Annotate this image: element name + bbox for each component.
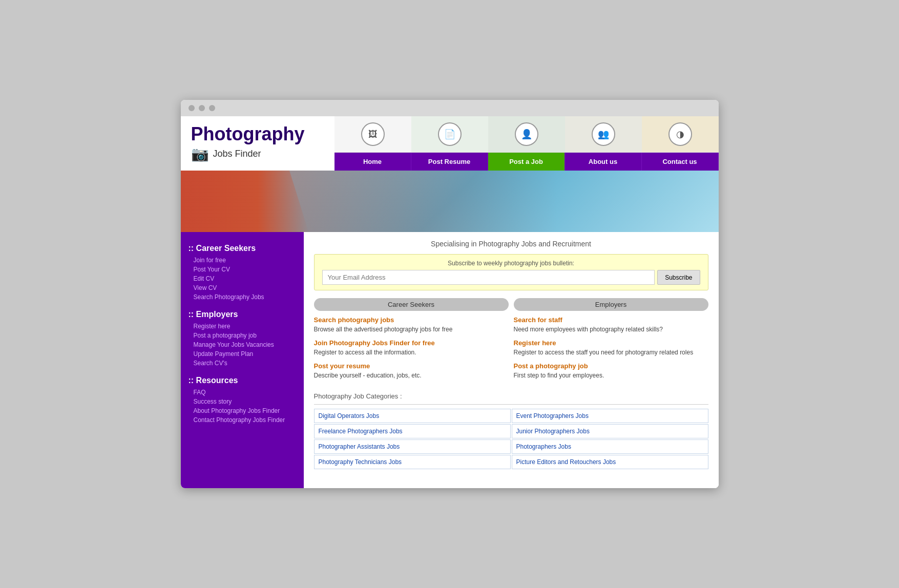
cat-digital-operators[interactable]: Digital Operators Jobs (314, 409, 511, 423)
post-job-icon-circle: 👤 (515, 122, 538, 146)
icon-btn-home[interactable]: 🖼 (334, 116, 411, 152)
categories-divider (314, 404, 708, 405)
career-link-join[interactable]: Join Photography Jobs Finder for free (314, 339, 509, 347)
sidebar-resources-title: :: Resources (181, 372, 304, 388)
browser-chrome (181, 100, 719, 116)
career-desc-resume: Describe yourself - education, jobs, etc… (314, 371, 509, 380)
resume-icon-circle: 📄 (438, 122, 462, 146)
logo-sub: 📷 Jobs Finder (191, 145, 324, 162)
subscribe-button[interactable]: Subscribe (657, 270, 700, 285)
employer-link-post-job[interactable]: Post a photography job (514, 362, 708, 370)
logo-area: Photography 📷 Jobs Finder (181, 116, 334, 171)
contact-icon-circle: ◑ (668, 122, 692, 146)
categories-grid: Digital Operators Jobs Event Photographe… (314, 409, 708, 469)
cat-freelance-photographers[interactable]: Freelance Photographers Jobs (314, 424, 511, 438)
cat-event-photographers[interactable]: Event Photographers Jobs (512, 409, 708, 423)
sidebar-emp-register[interactable]: Register here (181, 322, 304, 331)
browser-window: Photography 📷 Jobs Finder 🖼 📄 👤 (181, 100, 719, 488)
employers-col: Employers Search for staff Need more emp… (514, 298, 708, 385)
sidebar-join[interactable]: Join for free (181, 256, 304, 265)
icon-btn-post-job[interactable]: 👤 (488, 116, 565, 152)
content-area: Specialising in Photography Jobs and Rec… (304, 232, 719, 488)
specialise-text: Specialising in Photography Jobs and Rec… (314, 240, 708, 248)
icon-btn-contact[interactable]: ◑ (642, 116, 719, 152)
sidebar-success[interactable]: Success story (181, 397, 304, 406)
cat-junior-photographers[interactable]: Junior Photographers Jobs (512, 424, 708, 438)
employers-header: Employers (514, 298, 708, 311)
browser-dot-1 (189, 105, 195, 111)
employer-link-search[interactable]: Search for staff (514, 316, 708, 324)
categories-title: Photography Job Categories : (314, 392, 708, 400)
employer-desc-search: Need more employees with photography rel… (514, 325, 708, 334)
icon-bar: 🖼 📄 👤 👥 ◑ (334, 116, 719, 153)
employer-link-register[interactable]: Register here (514, 339, 708, 347)
icon-btn-resume[interactable]: 📄 (411, 116, 488, 152)
sidebar-view-cv[interactable]: View CV (181, 283, 304, 292)
cat-photographers[interactable]: Photographers Jobs (512, 439, 708, 454)
cat-photography-technicians[interactable]: Photography Technicians Jobs (314, 455, 511, 469)
career-seekers-col: Career Seekers Search photography jobs B… (314, 298, 509, 385)
subscribe-label: Subscribe to weekly photography jobs bul… (322, 260, 700, 267)
sidebar-contact[interactable]: Contact Photography Jobs Finder (181, 415, 304, 425)
main-layout: :: Career Seekers Join for free Post You… (181, 232, 719, 488)
career-seekers-header: Career Seekers (314, 298, 509, 311)
career-link-resume[interactable]: Post your resume (314, 362, 509, 370)
icon-btn-about[interactable]: 👥 (565, 116, 642, 152)
sidebar: :: Career Seekers Join for free Post You… (181, 232, 304, 488)
career-desc-join: Register to access all the information. (314, 348, 509, 357)
employer-desc-register: Register to access the staff you need fo… (514, 348, 708, 357)
browser-dot-2 (199, 105, 205, 111)
nav-post-job[interactable]: Post a Job (488, 153, 565, 171)
logo-title: Photography (191, 125, 324, 143)
subscribe-box: Subscribe to weekly photography jobs bul… (314, 254, 708, 290)
sidebar-emp-manage[interactable]: Manage Your Jobs Vacancies (181, 340, 304, 349)
logo-subtitle: Jobs Finder (213, 149, 261, 159)
categories-section: Photography Job Categories : Digital Ope… (314, 392, 708, 469)
sidebar-about[interactable]: About Photography Jobs Finder (181, 406, 304, 415)
sidebar-post-cv[interactable]: Post Your CV (181, 265, 304, 274)
about-icon-circle: 👥 (592, 122, 615, 146)
subscribe-form: Subscribe (322, 270, 700, 285)
camera-icon: 📷 (191, 145, 209, 162)
employer-desc-post-job: First step to find your employees. (514, 371, 708, 380)
hero-banner (181, 171, 719, 232)
nav-post-resume[interactable]: Post Resume (411, 153, 488, 171)
sidebar-search-jobs[interactable]: Search Photography Jobs (181, 292, 304, 302)
cat-photographer-assistants[interactable]: Photographer Assistants Jobs (314, 439, 511, 454)
sidebar-emp-post-job[interactable]: Post a photography job (181, 331, 304, 340)
sidebar-faq[interactable]: FAQ (181, 388, 304, 397)
career-link-search[interactable]: Search photography jobs (314, 316, 509, 324)
sidebar-employers-title: :: Employers (181, 306, 304, 322)
sidebar-emp-search-cv[interactable]: Search CV's (181, 359, 304, 368)
site-wrapper: Photography 📷 Jobs Finder 🖼 📄 👤 (181, 116, 719, 488)
browser-dot-3 (209, 105, 215, 111)
home-icon-circle: 🖼 (361, 122, 385, 146)
nav-bar: Home Post Resume Post a Job About us Con… (334, 153, 719, 171)
hero-overlay (181, 171, 719, 232)
sidebar-emp-payment[interactable]: Update Payment Plan (181, 349, 304, 359)
sidebar-edit-cv[interactable]: Edit CV (181, 274, 304, 283)
nav-home[interactable]: Home (334, 153, 411, 171)
nav-area: 🖼 📄 👤 👥 ◑ Home (334, 116, 719, 171)
nav-about[interactable]: About us (565, 153, 642, 171)
two-col-section: Career Seekers Search photography jobs B… (314, 298, 708, 385)
cat-picture-editors[interactable]: Picture Editors and Retouchers Jobs (512, 455, 708, 469)
nav-contact[interactable]: Contact us (642, 153, 719, 171)
career-desc-search: Browse all the advertised photography jo… (314, 325, 509, 334)
email-input[interactable] (322, 270, 655, 285)
sidebar-career-seekers-title: :: Career Seekers (181, 240, 304, 256)
site-header: Photography 📷 Jobs Finder 🖼 📄 👤 (181, 116, 719, 171)
